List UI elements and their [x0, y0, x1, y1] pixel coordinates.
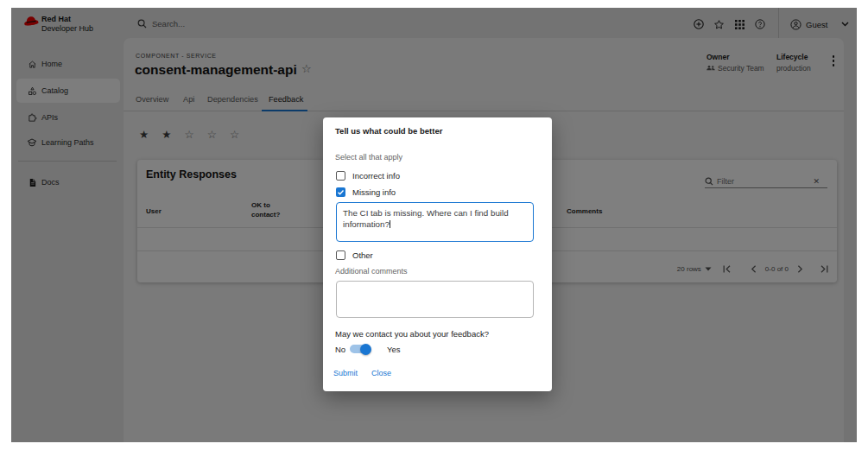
contact-toggle-row: No Yes — [335, 343, 401, 355]
toggle-knob — [360, 344, 371, 355]
checkbox-checked-icon — [336, 187, 345, 197]
additional-comments-textarea[interactable] — [336, 281, 534, 318]
close-button[interactable]: Close — [371, 369, 391, 377]
dialog-subtitle: Select all that apply — [335, 153, 402, 162]
dialog-title: Tell us what could be better — [335, 126, 442, 136]
additional-comments-label: Additional comments — [335, 267, 408, 276]
contact-question: May we contact you about your feedback? — [335, 329, 489, 339]
text-caret — [390, 220, 390, 228]
checkbox-missing-info[interactable]: Missing info — [336, 187, 396, 197]
checkbox-other[interactable]: Other — [336, 250, 373, 260]
feedback-textarea[interactable]: The CI tab is missing. Where can I find … — [336, 202, 534, 242]
toggle-off-label: No — [335, 345, 350, 354]
contact-toggle[interactable] — [350, 345, 370, 353]
app-window: Red Hat Developer Hub — [11, 8, 857, 442]
checkbox-unchecked-icon — [336, 171, 345, 181]
toggle-on-label: Yes — [387, 345, 401, 354]
feedback-dialog: Tell us what could be better Select all … — [323, 117, 552, 391]
checkbox-incorrect-info[interactable]: Incorrect info — [336, 171, 400, 181]
submit-button[interactable]: Submit — [333, 369, 358, 377]
checkbox-unchecked-icon — [336, 250, 345, 260]
